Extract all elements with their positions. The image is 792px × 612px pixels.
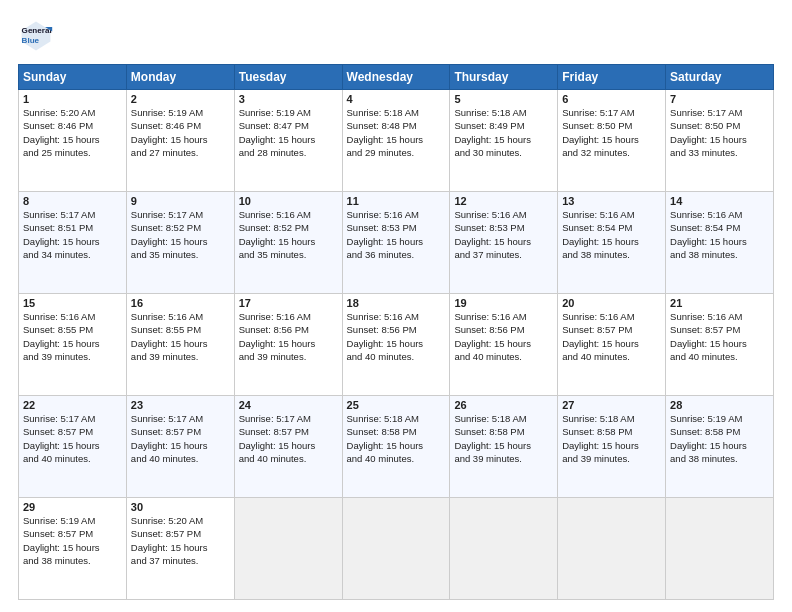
daylight-label: Daylight: 15 hours bbox=[23, 134, 100, 145]
calendar-cell bbox=[450, 498, 558, 600]
daylight-minutes: and 39 minutes. bbox=[454, 453, 522, 464]
sunrise-label: Sunrise: 5:17 AM bbox=[23, 209, 95, 220]
calendar-cell: 1 Sunrise: 5:20 AM Sunset: 8:46 PM Dayli… bbox=[19, 90, 127, 192]
sunset-label: Sunset: 8:57 PM bbox=[131, 528, 201, 539]
day-number: 10 bbox=[239, 195, 338, 207]
calendar-cell: 7 Sunrise: 5:17 AM Sunset: 8:50 PM Dayli… bbox=[666, 90, 774, 192]
day-info: Sunrise: 5:18 AM Sunset: 8:58 PM Dayligh… bbox=[562, 412, 661, 465]
day-number: 30 bbox=[131, 501, 230, 513]
calendar-cell: 9 Sunrise: 5:17 AM Sunset: 8:52 PM Dayli… bbox=[126, 192, 234, 294]
sunset-label: Sunset: 8:55 PM bbox=[23, 324, 93, 335]
sunrise-label: Sunrise: 5:16 AM bbox=[347, 311, 419, 322]
day-info: Sunrise: 5:20 AM Sunset: 8:57 PM Dayligh… bbox=[131, 514, 230, 567]
calendar-week-2: 8 Sunrise: 5:17 AM Sunset: 8:51 PM Dayli… bbox=[19, 192, 774, 294]
daylight-minutes: and 35 minutes. bbox=[239, 249, 307, 260]
daylight-label: Daylight: 15 hours bbox=[562, 440, 639, 451]
sunrise-label: Sunrise: 5:17 AM bbox=[239, 413, 311, 424]
daylight-label: Daylight: 15 hours bbox=[562, 236, 639, 247]
daylight-label: Daylight: 15 hours bbox=[131, 440, 208, 451]
daylight-minutes: and 40 minutes. bbox=[347, 351, 415, 362]
day-number: 22 bbox=[23, 399, 122, 411]
day-number: 14 bbox=[670, 195, 769, 207]
sunrise-label: Sunrise: 5:16 AM bbox=[670, 209, 742, 220]
daylight-minutes: and 40 minutes. bbox=[562, 351, 630, 362]
sunset-label: Sunset: 8:57 PM bbox=[239, 426, 309, 437]
day-number: 4 bbox=[347, 93, 446, 105]
daylight-minutes: and 27 minutes. bbox=[131, 147, 199, 158]
sunset-label: Sunset: 8:54 PM bbox=[562, 222, 632, 233]
daylight-label: Daylight: 15 hours bbox=[131, 134, 208, 145]
day-info: Sunrise: 5:16 AM Sunset: 8:54 PM Dayligh… bbox=[562, 208, 661, 261]
calendar-cell: 24 Sunrise: 5:17 AM Sunset: 8:57 PM Dayl… bbox=[234, 396, 342, 498]
day-number: 3 bbox=[239, 93, 338, 105]
daylight-label: Daylight: 15 hours bbox=[131, 236, 208, 247]
day-info: Sunrise: 5:16 AM Sunset: 8:56 PM Dayligh… bbox=[239, 310, 338, 363]
sunrise-label: Sunrise: 5:18 AM bbox=[454, 107, 526, 118]
day-number: 13 bbox=[562, 195, 661, 207]
daylight-minutes: and 29 minutes. bbox=[347, 147, 415, 158]
day-info: Sunrise: 5:18 AM Sunset: 8:48 PM Dayligh… bbox=[347, 106, 446, 159]
calendar-week-3: 15 Sunrise: 5:16 AM Sunset: 8:55 PM Dayl… bbox=[19, 294, 774, 396]
sunset-label: Sunset: 8:57 PM bbox=[131, 426, 201, 437]
daylight-minutes: and 39 minutes. bbox=[562, 453, 630, 464]
calendar-cell: 8 Sunrise: 5:17 AM Sunset: 8:51 PM Dayli… bbox=[19, 192, 127, 294]
daylight-label: Daylight: 15 hours bbox=[23, 440, 100, 451]
sunrise-label: Sunrise: 5:18 AM bbox=[562, 413, 634, 424]
daylight-minutes: and 36 minutes. bbox=[347, 249, 415, 260]
day-info: Sunrise: 5:16 AM Sunset: 8:52 PM Dayligh… bbox=[239, 208, 338, 261]
sunrise-label: Sunrise: 5:16 AM bbox=[454, 311, 526, 322]
sunrise-label: Sunrise: 5:16 AM bbox=[562, 311, 634, 322]
sunrise-label: Sunrise: 5:19 AM bbox=[131, 107, 203, 118]
sunrise-label: Sunrise: 5:18 AM bbox=[454, 413, 526, 424]
sunset-label: Sunset: 8:46 PM bbox=[23, 120, 93, 131]
daylight-minutes: and 38 minutes. bbox=[670, 453, 738, 464]
sunset-label: Sunset: 8:46 PM bbox=[131, 120, 201, 131]
day-number: 6 bbox=[562, 93, 661, 105]
calendar-cell: 13 Sunrise: 5:16 AM Sunset: 8:54 PM Dayl… bbox=[558, 192, 666, 294]
sunrise-label: Sunrise: 5:16 AM bbox=[23, 311, 95, 322]
sunset-label: Sunset: 8:57 PM bbox=[670, 324, 740, 335]
daylight-minutes: and 38 minutes. bbox=[670, 249, 738, 260]
daylight-label: Daylight: 15 hours bbox=[670, 236, 747, 247]
sunrise-label: Sunrise: 5:16 AM bbox=[454, 209, 526, 220]
sunset-label: Sunset: 8:58 PM bbox=[670, 426, 740, 437]
sunrise-label: Sunrise: 5:17 AM bbox=[23, 413, 95, 424]
daylight-label: Daylight: 15 hours bbox=[670, 134, 747, 145]
day-number: 1 bbox=[23, 93, 122, 105]
sunrise-label: Sunrise: 5:19 AM bbox=[670, 413, 742, 424]
day-number: 9 bbox=[131, 195, 230, 207]
day-info: Sunrise: 5:16 AM Sunset: 8:55 PM Dayligh… bbox=[131, 310, 230, 363]
sunrise-label: Sunrise: 5:20 AM bbox=[131, 515, 203, 526]
day-info: Sunrise: 5:17 AM Sunset: 8:57 PM Dayligh… bbox=[239, 412, 338, 465]
calendar-cell: 19 Sunrise: 5:16 AM Sunset: 8:56 PM Dayl… bbox=[450, 294, 558, 396]
calendar-cell bbox=[666, 498, 774, 600]
calendar-cell bbox=[558, 498, 666, 600]
day-number: 15 bbox=[23, 297, 122, 309]
sunset-label: Sunset: 8:48 PM bbox=[347, 120, 417, 131]
daylight-label: Daylight: 15 hours bbox=[347, 440, 424, 451]
calendar-cell: 26 Sunrise: 5:18 AM Sunset: 8:58 PM Dayl… bbox=[450, 396, 558, 498]
day-info: Sunrise: 5:18 AM Sunset: 8:49 PM Dayligh… bbox=[454, 106, 553, 159]
daylight-label: Daylight: 15 hours bbox=[23, 236, 100, 247]
sunset-label: Sunset: 8:57 PM bbox=[23, 426, 93, 437]
day-number: 2 bbox=[131, 93, 230, 105]
sunset-label: Sunset: 8:53 PM bbox=[454, 222, 524, 233]
sunrise-label: Sunrise: 5:16 AM bbox=[239, 311, 311, 322]
sunset-label: Sunset: 8:52 PM bbox=[239, 222, 309, 233]
day-number: 21 bbox=[670, 297, 769, 309]
calendar-week-4: 22 Sunrise: 5:17 AM Sunset: 8:57 PM Dayl… bbox=[19, 396, 774, 498]
logo: General Blue bbox=[18, 18, 60, 54]
daylight-label: Daylight: 15 hours bbox=[347, 236, 424, 247]
daylight-minutes: and 28 minutes. bbox=[239, 147, 307, 158]
daylight-label: Daylight: 15 hours bbox=[131, 338, 208, 349]
daylight-minutes: and 40 minutes. bbox=[131, 453, 199, 464]
day-info: Sunrise: 5:19 AM Sunset: 8:47 PM Dayligh… bbox=[239, 106, 338, 159]
day-info: Sunrise: 5:16 AM Sunset: 8:53 PM Dayligh… bbox=[347, 208, 446, 261]
sunrise-label: Sunrise: 5:17 AM bbox=[131, 413, 203, 424]
calendar-cell: 12 Sunrise: 5:16 AM Sunset: 8:53 PM Dayl… bbox=[450, 192, 558, 294]
day-info: Sunrise: 5:20 AM Sunset: 8:46 PM Dayligh… bbox=[23, 106, 122, 159]
day-info: Sunrise: 5:16 AM Sunset: 8:57 PM Dayligh… bbox=[562, 310, 661, 363]
day-number: 26 bbox=[454, 399, 553, 411]
daylight-minutes: and 40 minutes. bbox=[454, 351, 522, 362]
daylight-label: Daylight: 15 hours bbox=[23, 542, 100, 553]
